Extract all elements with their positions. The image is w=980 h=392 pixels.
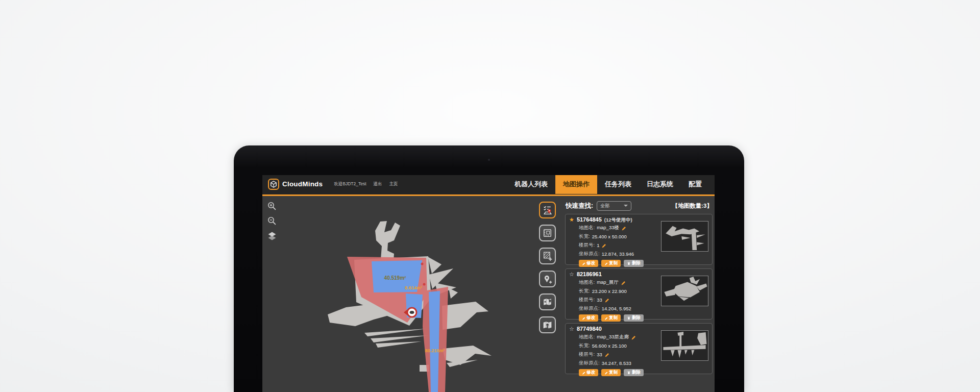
star-outline-icon[interactable]: ☆ — [569, 326, 574, 332]
edit-pencil-icon[interactable] — [631, 335, 636, 340]
map-name-label: 地图名: — [579, 225, 595, 231]
logout-link[interactable]: 退出 — [374, 181, 382, 187]
brand-title: CloudMinds — [282, 180, 323, 188]
app-header: CloudMinds 欢迎BJDT2_Test 退出 主页 机器人列表 地图操作… — [262, 175, 715, 196]
tool-add-point[interactable] — [539, 271, 556, 287]
map-name-value: map_33层走廊 — [597, 334, 629, 340]
delete-map-button[interactable]: 删除 — [624, 314, 644, 322]
webcam-dot — [488, 159, 490, 161]
edit-pencil-icon[interactable] — [621, 280, 626, 285]
star-outline-icon[interactable]: ☆ — [569, 271, 574, 277]
map-name-label: 地图名: — [579, 334, 595, 340]
tab-config[interactable]: 配置 — [681, 175, 709, 194]
home-link[interactable]: 主页 — [389, 181, 398, 187]
app-screen: CloudMinds 欢迎BJDT2_Test 退出 主页 机器人列表 地图操作… — [262, 175, 715, 392]
tab-task-list[interactable]: 任务列表 — [597, 175, 639, 194]
map-size-label: 长宽: — [579, 233, 590, 240]
map-name-value: map_33楼 — [597, 225, 619, 231]
area-label-1: 40.519m² — [384, 275, 406, 281]
map-card[interactable]: ☆ 87749840 地图名:map_33层走廊 长宽:56.600 x 25.… — [565, 323, 713, 374]
tool-map-marker[interactable] — [539, 293, 556, 310]
map-origin-label: 坐标原点: — [579, 360, 600, 366]
map-card[interactable]: ★ 51764845 (12号使用中) 地图名:map_33楼 长宽:25.40… — [565, 214, 713, 265]
edit-map-button[interactable]: 修改 — [579, 314, 598, 322]
tool-add-zone[interactable] — [539, 248, 556, 264]
tool-measure-area[interactable] — [539, 225, 556, 241]
edit-pencil-icon[interactable] — [604, 298, 609, 303]
map-origin-value: 14.204, 5.952 — [602, 306, 631, 311]
main-nav: 机器人列表 地图操作 任务列表 日志系统 配置 — [507, 175, 709, 194]
map-count-label: 【地图数量:3】 — [672, 202, 713, 210]
map-card[interactable]: ☆ 82186961 地图名:map_展厅 长宽:23.200 x 22.900… — [565, 268, 713, 320]
map-status: (12号使用中) — [604, 217, 632, 224]
quick-search-label: 快速查找: — [566, 202, 593, 210]
map-thumbnail[interactable] — [661, 276, 708, 306]
copy-map-button[interactable]: 复制 — [601, 260, 621, 267]
map-floor-label: 楼层号: — [579, 242, 595, 249]
edit-pencil-icon[interactable] — [601, 243, 606, 248]
zoom-out-icon[interactable] — [267, 216, 277, 226]
tab-log-system[interactable]: 日志系统 — [639, 175, 681, 194]
edit-pencil-icon[interactable] — [604, 352, 609, 357]
copy-map-button[interactable]: 复制 — [601, 314, 621, 322]
delete-map-button[interactable]: 删除 — [624, 369, 644, 376]
robot-map-canvas[interactable]: 40.519m² 8.614m² 80.215m² — [324, 211, 492, 392]
map-workspace: 40.519m² 8.614m² 80.215m² — [262, 196, 715, 392]
cloudminds-logo-icon — [268, 179, 279, 190]
map-floor-value: 33 — [597, 352, 602, 357]
map-thumbnail[interactable] — [661, 221, 708, 252]
tool-upload-map[interactable] — [539, 316, 556, 333]
map-floor-value: 33 — [597, 297, 602, 303]
filter-dropdown[interactable]: 全部 — [597, 201, 631, 211]
welcome-user-label: 欢迎BJDT2_Test — [334, 181, 366, 187]
tab-map-operations[interactable]: 地图操作 — [555, 175, 597, 194]
map-origin-value: 12.874, 33.946 — [602, 251, 634, 257]
delete-map-button[interactable]: 删除 — [624, 260, 644, 267]
panel-top-row: 快速查找: 全部 【地图数量:3】 — [562, 196, 715, 211]
edit-map-button[interactable]: 修改 — [579, 260, 598, 267]
map-origin-label: 坐标原点: — [579, 251, 600, 257]
zoom-in-icon[interactable] — [267, 201, 277, 211]
map-controls — [267, 201, 277, 241]
map-origin-label: 坐标原点: — [579, 305, 600, 312]
star-filled-icon[interactable]: ★ — [569, 216, 574, 223]
map-floor-label: 楼层号: — [579, 297, 595, 303]
map-size-label: 长宽: — [579, 288, 590, 295]
map-id: 51764845 — [577, 216, 602, 223]
map-size-value: 25.400 x 50.000 — [592, 234, 627, 239]
waypoint-dot — [421, 263, 424, 265]
map-floor-label: 楼层号: — [579, 351, 595, 358]
filter-value: 全部 — [600, 203, 609, 209]
map-name-value: map_展厅 — [597, 279, 619, 286]
map-name-label: 地图名: — [579, 279, 595, 286]
map-id: 82186961 — [577, 271, 602, 277]
map-thumbnail[interactable] — [661, 330, 708, 361]
edit-map-button[interactable]: 修改 — [579, 369, 598, 376]
map-origin-value: 34.247, 8.533 — [602, 360, 631, 366]
tool-task-map-list[interactable] — [539, 202, 556, 218]
area-label-2: 8.614m² — [405, 285, 422, 290]
waypoint-dot — [423, 283, 426, 286]
map-size-value: 23.200 x 22.900 — [592, 288, 627, 294]
tab-robot-list[interactable]: 机器人列表 — [507, 175, 555, 194]
edit-pencil-icon[interactable] — [621, 226, 626, 231]
map-list-panel: 快速查找: 全部 【地图数量:3】 ★ 51764845 (12号使用中) 地图… — [562, 196, 715, 392]
area-label-3: 80.215m² — [425, 348, 445, 353]
map-size-value: 56.600 x 25.100 — [592, 343, 627, 349]
chevron-down-icon — [624, 205, 628, 207]
layers-icon[interactable] — [267, 231, 277, 241]
copy-map-button[interactable]: 复制 — [601, 369, 621, 376]
laptop-mockup: CloudMinds 欢迎BJDT2_Test 退出 主页 机器人列表 地图操作… — [234, 145, 744, 392]
map-id: 87749840 — [577, 326, 602, 332]
map-toolbar — [539, 202, 556, 333]
map-size-label: 长宽: — [579, 342, 590, 349]
map-floor-value: 1 — [597, 242, 599, 248]
